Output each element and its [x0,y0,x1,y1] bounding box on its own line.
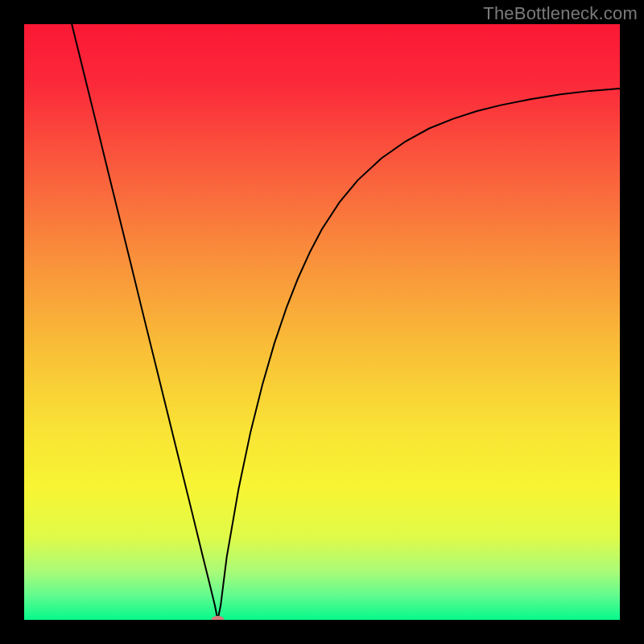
plot-area [24,24,620,620]
watermark-text: TheBottleneck.com [483,3,638,24]
chart-frame: TheBottleneck.com [0,0,644,644]
chart-svg [24,24,620,620]
gradient-background [24,24,620,620]
